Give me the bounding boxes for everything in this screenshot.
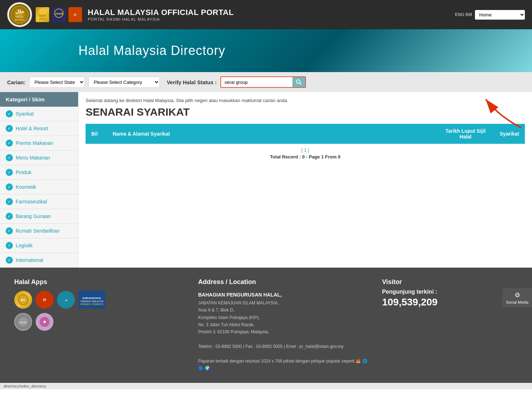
gov-logo-2: JAKIM [52,7,66,22]
sidebar-item-syarikat[interactable]: ✓ Syarikat [0,107,78,121]
footer-logo-1: MY [14,291,32,309]
sidebar-item-logistik[interactable]: ✓ Logistik [0,238,78,253]
sidebar-item-produk[interactable]: ✓ Produk [0,165,78,180]
sidebar-item-label: Logistik [16,243,32,248]
site-title-area: HALAL MALAYSIA OFFICIAL PORTAL PORTAL RA… [88,8,449,21]
lang-links: ENG BM [455,12,472,17]
svg-text:♥: ♥ [43,319,46,325]
check-icon: ✓ [6,183,13,191]
svg-text:MALAYSIA: MALAYSIA [38,16,47,19]
visitor-subtitle: Pengunjung terkini : [382,289,518,295]
footer: Halal Apps MY H ◄ [0,268,532,383]
sidebar-item-label: Hotel & Resort [16,126,48,131]
sidebar-item-kosmetik[interactable]: ✓ Kosmetik [0,180,78,194]
status-bar: directory/index_directory [0,383,532,389]
sidebar-item-farma[interactable]: ✓ Farmaseutikal [0,194,78,209]
visitor-title: Visitor [382,278,518,286]
check-icon: ✓ [6,198,13,205]
svg-line-13 [300,83,301,85]
sidebar: Kategori / Skim ✓ Syarikat ✓ Hotel & Res… [0,92,78,268]
footer-logos-2: HALAL ♥ [14,313,184,331]
gear-icon: ⚙ [506,291,528,299]
sidebar-item-label: Barang Gunaan [16,213,51,219]
footer-logo-6: ♥ [36,313,53,331]
pagination: [ 1 ] [86,147,525,153]
svg-text:MALAYSIA: MALAYSIA [15,19,25,21]
search-input[interactable] [221,77,292,87]
sidebar-item-label: Produk [16,169,31,175]
content-title: SENARAI SYARIKAT [86,106,525,118]
pagination-link[interactable]: [ 1 ] [301,147,309,153]
check-icon: ✓ [6,227,13,234]
footer-logo-3: ◄ [57,291,75,309]
check-icon: ✓ [6,154,13,161]
total-record: Total Record : 0 - Page 1 From 0 [86,154,525,160]
results-table: Bil Nama & Alamat Syarikat Tarikh Luput … [86,124,525,144]
sidebar-item-label: Rumah Sembelihan [16,228,60,234]
svg-text:H: H [43,298,46,302]
site-title: HALAL MALAYSIA OFFICIAL PORTAL [88,8,449,17]
search-label: Carian: [7,79,26,85]
svg-point-12 [296,80,300,83]
site-subtitle: PORTAL RASMI HALAL MALAYSIA [88,17,449,21]
svg-text:MY: MY [21,298,26,302]
sidebar-item-label: International [16,257,43,263]
sidebar-item-label: Syarikat [16,111,34,117]
footer-visitor-section: Visitor Pengunjung terkini : 109,539,209 [382,278,518,372]
footer-logos: MY H ◄ SURUHANJAYA [14,291,184,309]
nav-dropdown[interactable]: Home [475,10,525,20]
search-icon [296,79,302,85]
lang-eng[interactable]: ENG [455,12,464,17]
banner: Halal Malaysia Directory [0,29,532,72]
sidebar-item-international[interactable]: ✓ International [0,253,78,268]
sidebar-item-premis[interactable]: ✓ Premis Makanan [0,136,78,151]
content-area: Selamat datang ke direktori Halal Malays… [78,92,532,268]
gov-logo-1: MALAYSIA [36,7,49,22]
footer-address-title: Address / Location [198,278,368,286]
footer-logo-5: HALAL [14,313,32,331]
col-bil: Bil [86,124,107,144]
svg-text:COMPANIES COMMISSION: COMPANIES COMMISSION [80,303,103,305]
check-icon: ✓ [6,110,13,117]
svg-text:◄: ◄ [65,299,67,302]
check-icon: ✓ [6,257,13,264]
lang-bm[interactable]: BM [465,12,472,17]
sidebar-item-menu[interactable]: ✓ Menu Makanan [0,151,78,165]
col-nama: Nama & Alamat Syarikat [107,124,437,144]
svg-text:HALAL: HALAL [15,15,24,18]
search-input-wrap [220,76,306,88]
visitor-count: 109,539,209 [382,297,518,308]
footer-address-text: BAHAGIAN PENGURUSAN HALAL, JABATAN KEMAJ… [198,291,368,372]
svg-text:☪: ☪ [74,13,77,17]
svg-point-5 [39,8,46,15]
sidebar-item-label: Menu Makanan [16,155,50,161]
gov-logo-3: ☪ [68,7,82,22]
footer-apps-title: Halal Apps [14,278,184,286]
sidebar-item-rumah[interactable]: ✓ Rumah Sembelihan [0,224,78,238]
svg-text:SYARIKAT MALAYSIA: SYARIKAT MALAYSIA [80,300,103,303]
welcome-text: Selamat datang ke direktori Halal Malays… [86,98,525,103]
col-tarikh: Tarikh Luput Sijil Halal [437,124,494,144]
search-button[interactable] [292,77,305,87]
svg-text:SURUHANJAYA: SURUHANJAYA [82,297,101,299]
sidebar-item-barang[interactable]: ✓ Barang Gunaan [0,209,78,224]
main-content: Kategori / Skim ✓ Syarikat ✓ Hotel & Res… [0,92,532,268]
svg-text:HALAL: HALAL [19,321,27,324]
verify-label: Verify Halal Status : [167,79,217,85]
sidebar-item-hotel[interactable]: ✓ Hotel & Resort [0,121,78,136]
footer-address-section: Address / Location BAHAGIAN PENGURUSAN H… [198,278,368,372]
social-media-button[interactable]: ⚙ Social Media [502,288,532,307]
halal-logo: حلال HALAL MALAYSIA [7,2,32,27]
footer-apps-section: Halal Apps MY H ◄ [14,278,184,372]
check-icon: ✓ [6,125,13,132]
svg-text:JAKIM: JAKIM [55,12,63,15]
check-icon: ✓ [6,242,13,249]
language-nav: ENG BM Home [455,10,525,20]
search-bar: Carian: Please Select State Johor Kedah … [0,72,532,92]
sidebar-header: Kategori / Skim [0,92,78,107]
category-select[interactable]: Please Select Category Syarikat Hotel & … [88,77,160,88]
footer-logo-4: SURUHANJAYA SYARIKAT MALAYSIA COMPANIES … [78,291,105,309]
col-syarikat: Syarikat [494,124,525,144]
state-select[interactable]: Please Select State Johor Kedah Kelantan… [29,77,85,88]
sidebar-item-label: Premis Makanan [16,140,53,146]
